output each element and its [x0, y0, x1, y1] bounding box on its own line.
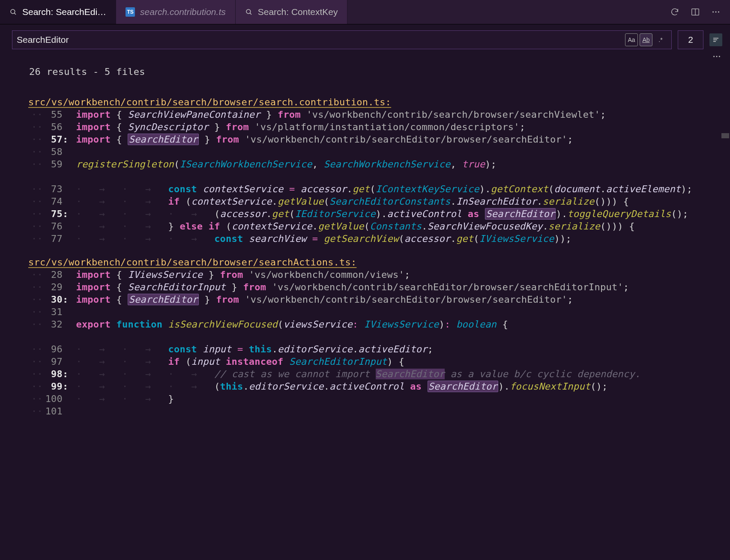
result-line[interactable]: ··57: import { SearchEditor } from 'vs/w…: [28, 133, 730, 146]
context-lines-input[interactable]: [678, 35, 703, 45]
context-lines-box: [678, 30, 703, 49]
result-line[interactable]: ··101: [28, 405, 730, 417]
result-line[interactable]: ··96 · → · → const input = this.editorSe…: [28, 343, 730, 355]
result-line[interactable]: ··73 · → · → const contextService = acce…: [28, 183, 730, 195]
code-content: import { SearchEditorInput } from 'vs/wo…: [69, 281, 629, 293]
line-hit-marker: [63, 220, 69, 232]
gutter-whitespace: ··: [28, 208, 43, 220]
tabbar-actions: [661, 0, 730, 24]
code-content: · → · → · → const searchView = getSearch…: [69, 232, 571, 245]
result-line[interactable]: ··30: import { SearchEditor } from 'vs/w…: [28, 293, 730, 306]
result-line[interactable]: ··56 import { SyncDescriptor } from 'vs/…: [28, 121, 730, 133]
whole-word-toggle[interactable]: Ab: [640, 33, 652, 46]
context-gap: [28, 331, 730, 343]
line-hit-marker: [63, 108, 69, 121]
result-line[interactable]: ··76 · → · → } else if (contextService.g…: [28, 220, 730, 232]
result-line[interactable]: ··28 import { IViewsService } from 'vs/w…: [28, 268, 730, 281]
line-hit-marker: :: [63, 380, 69, 393]
code-content: · → · → }: [69, 393, 174, 405]
toggle-search-details-icon[interactable]: [709, 33, 722, 46]
gutter-whitespace: ··: [28, 108, 43, 121]
result-line[interactable]: ··58: [28, 146, 730, 158]
gutter-whitespace: ··: [28, 393, 43, 405]
search-input[interactable]: [17, 35, 625, 45]
code-content: [69, 146, 76, 158]
line-number: 75: [43, 208, 63, 220]
gutter-whitespace: ··: [28, 293, 43, 306]
svg-point-13: [716, 56, 718, 57]
file-path[interactable]: src/vs/workbench/contrib/search/browser/…: [28, 257, 730, 268]
gutter-whitespace: ··: [28, 380, 43, 393]
line-number: 73: [43, 183, 63, 195]
gutter-whitespace: ··: [28, 355, 43, 368]
svg-point-7: [715, 12, 717, 13]
result-line[interactable]: ··55 import { SearchViewPaneContainer } …: [28, 108, 730, 121]
line-hit-marker: [63, 268, 69, 281]
result-line[interactable]: ··29 import { SearchEditorInput } from '…: [28, 281, 730, 293]
more-search-actions-icon[interactable]: [712, 52, 721, 61]
tabbar-spacer: [347, 0, 661, 24]
line-hit-marker: [63, 355, 69, 368]
code-content: export function isSearchViewFocused(view…: [69, 318, 508, 331]
gutter-whitespace: ··: [28, 220, 43, 232]
file-path[interactable]: src/vs/workbench/contrib/search/browser/…: [28, 97, 730, 108]
tab-label: Search: SearchEdi…: [22, 7, 106, 17]
line-number: 32: [43, 318, 63, 331]
line-hit-marker: [63, 306, 69, 318]
line-hit-marker: [63, 281, 69, 293]
gutter-whitespace: ··: [28, 306, 43, 318]
tab-label: search.contribution.ts: [140, 7, 226, 17]
line-hit-marker: [63, 405, 69, 417]
line-number: 77: [43, 232, 63, 245]
code-content: · → · → const input = this.editorService…: [69, 343, 433, 355]
line-hit-marker: [63, 393, 69, 405]
split-editor-icon[interactable]: [691, 7, 700, 17]
refresh-icon[interactable]: [670, 7, 679, 17]
line-hit-marker: [63, 158, 69, 170]
minimap[interactable]: [721, 133, 729, 138]
result-line[interactable]: ··75: · → · → · → (accessor.get(IEditorS…: [28, 208, 730, 220]
code-content: · → · → · → (accessor.get(IEditorService…: [69, 208, 688, 220]
code-content: · → · → } else if (contextService.getVal…: [69, 220, 635, 232]
typescript-icon: TS: [126, 7, 135, 17]
gutter-whitespace: ··: [28, 158, 43, 170]
gutter-whitespace: ··: [28, 368, 43, 380]
context-gap: [28, 170, 730, 183]
line-hit-marker: [63, 343, 69, 355]
more-actions-icon[interactable]: [711, 7, 721, 17]
line-number: 100: [43, 393, 63, 405]
line-hit-marker: :: [63, 208, 69, 220]
result-line[interactable]: ··100 · → · → }: [28, 393, 730, 405]
line-number: 99: [43, 380, 63, 393]
results-summary: 26 results - 5 files: [28, 65, 730, 85]
code-content: · → · → if (contextService.getValue(Sear…: [69, 195, 629, 208]
line-hit-marker: [63, 195, 69, 208]
result-line[interactable]: ··74 · → · → if (contextService.getValue…: [28, 195, 730, 208]
match-case-toggle[interactable]: Aa: [625, 33, 638, 46]
svg-point-6: [712, 12, 714, 13]
gutter-whitespace: ··: [28, 195, 43, 208]
code-content: import { SyncDescriptor } from 'vs/platf…: [69, 121, 525, 133]
result-line[interactable]: ··31: [28, 306, 730, 318]
code-content: · → · → · → // cast as we cannot import …: [69, 368, 640, 380]
result-line[interactable]: ··99: · → · → · → (this.editorService.ac…: [28, 380, 730, 393]
tab-0[interactable]: Search: SearchEdi…: [0, 0, 116, 24]
file-block: src/vs/workbench/contrib/search/browser/…: [28, 97, 730, 245]
gutter-whitespace: ··: [28, 232, 43, 245]
regex-toggle[interactable]: .*: [654, 33, 667, 46]
result-line[interactable]: ··77 · → · → · → const searchView = getS…: [28, 232, 730, 245]
result-line[interactable]: ··59 registerSingleton(ISearchWorkbenchS…: [28, 158, 730, 170]
code-content: · → · → if (input instanceof SearchEdito…: [69, 355, 404, 368]
gutter-whitespace: ··: [28, 146, 43, 158]
tab-2[interactable]: Search: ContextKey: [236, 0, 348, 24]
svg-point-12: [713, 56, 715, 57]
result-line[interactable]: ··98: · → · → · → // cast as we cannot i…: [28, 368, 730, 380]
line-number: 31: [43, 306, 63, 318]
result-line[interactable]: ··32 export function isSearchViewFocused…: [28, 318, 730, 331]
tab-1[interactable]: TSsearch.contribution.ts: [116, 0, 236, 24]
gutter-whitespace: ··: [28, 343, 43, 355]
code-content: import { SearchViewPaneContainer } from …: [69, 108, 606, 121]
tab-bar: Search: SearchEdi…TSsearch.contribution.…: [0, 0, 730, 24]
result-line[interactable]: ··97 · → · → if (input instanceof Search…: [28, 355, 730, 368]
svg-point-8: [718, 12, 719, 13]
